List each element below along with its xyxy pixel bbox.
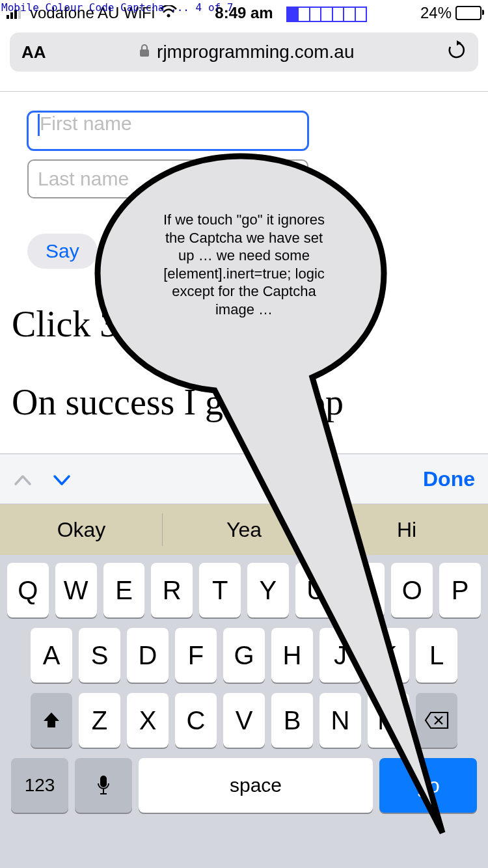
key-q[interactable]: Q: [7, 563, 49, 617]
key-t[interactable]: T: [199, 563, 241, 617]
svg-rect-5: [140, 49, 149, 57]
key-a[interactable]: A: [31, 628, 72, 683]
space-key[interactable]: space: [139, 758, 373, 813]
suggestion-2[interactable]: Yea: [163, 504, 325, 555]
key-l[interactable]: L: [416, 628, 457, 683]
instruction-line-2: On success I ge disapp: [12, 379, 488, 425]
key-b[interactable]: B: [271, 693, 313, 748]
address-bar[interactable]: AA rjmprogramming.com.au: [10, 33, 478, 72]
key-k[interactable]: K: [368, 628, 409, 683]
last-name-input[interactable]: [27, 159, 308, 198]
reload-icon[interactable]: [447, 40, 467, 65]
key-u[interactable]: U: [295, 563, 337, 617]
battery-percent: 24%: [420, 4, 452, 22]
numbers-key[interactable]: 123: [11, 758, 68, 813]
key-n[interactable]: N: [319, 693, 361, 748]
done-button[interactable]: Done: [423, 467, 475, 491]
key-f[interactable]: F: [175, 628, 217, 683]
suggestion-3[interactable]: Hi: [325, 504, 488, 555]
progress-indicator: [286, 7, 367, 22]
first-name-input[interactable]: First name: [27, 111, 308, 150]
overlay-caption: Mobile Colour Code Captcha ... 4 of 7: [1, 1, 233, 14]
key-d[interactable]: D: [127, 628, 169, 683]
key-s[interactable]: S: [79, 628, 120, 683]
key-m[interactable]: M: [368, 693, 409, 748]
key-o[interactable]: O: [391, 563, 433, 617]
key-z[interactable]: Z: [79, 693, 120, 748]
key-r[interactable]: R: [151, 563, 193, 617]
key-h[interactable]: H: [271, 628, 313, 683]
keyboard: Q W E R T Y U I O P A S D F G H J K L Z: [0, 555, 488, 819]
key-i[interactable]: I: [344, 563, 385, 617]
svg-rect-0: [7, 15, 9, 19]
key-g[interactable]: G: [223, 628, 265, 683]
suggestion-bar: Okay Yea Hi: [0, 504, 488, 555]
key-x[interactable]: X: [127, 693, 169, 748]
keyboard-area: Done Okay Yea Hi Q W E R T Y U I O P A S…: [0, 454, 488, 868]
key-y[interactable]: Y: [247, 563, 289, 617]
svg-point-4: [167, 14, 170, 18]
battery-status: 24%: [420, 0, 481, 26]
prev-field-button: [13, 465, 33, 493]
lock-icon: [139, 42, 150, 62]
go-key[interactable]: go: [379, 758, 477, 813]
say-button[interactable]: Say: [27, 234, 98, 269]
backspace-key[interactable]: [416, 693, 457, 748]
key-e[interactable]: E: [103, 563, 145, 617]
input-accessory-bar: Done: [0, 454, 488, 504]
suggestion-1[interactable]: Okay: [0, 504, 163, 555]
key-c[interactable]: C: [175, 693, 217, 748]
first-name-placeholder: First name: [40, 113, 132, 134]
url-domain: rjmprogramming.com.au: [157, 42, 354, 62]
shift-key[interactable]: [31, 693, 72, 748]
instruction-line-1: Click 3 same co: [12, 301, 488, 347]
battery-icon: [455, 6, 481, 20]
svg-rect-6: [100, 776, 107, 787]
key-p[interactable]: P: [439, 563, 481, 617]
next-field-button[interactable]: [52, 465, 72, 493]
key-v[interactable]: V: [223, 693, 265, 748]
text-size-button[interactable]: AA: [21, 42, 46, 62]
mic-key[interactable]: [75, 758, 132, 813]
key-j[interactable]: J: [319, 628, 361, 683]
key-w[interactable]: W: [55, 563, 97, 617]
